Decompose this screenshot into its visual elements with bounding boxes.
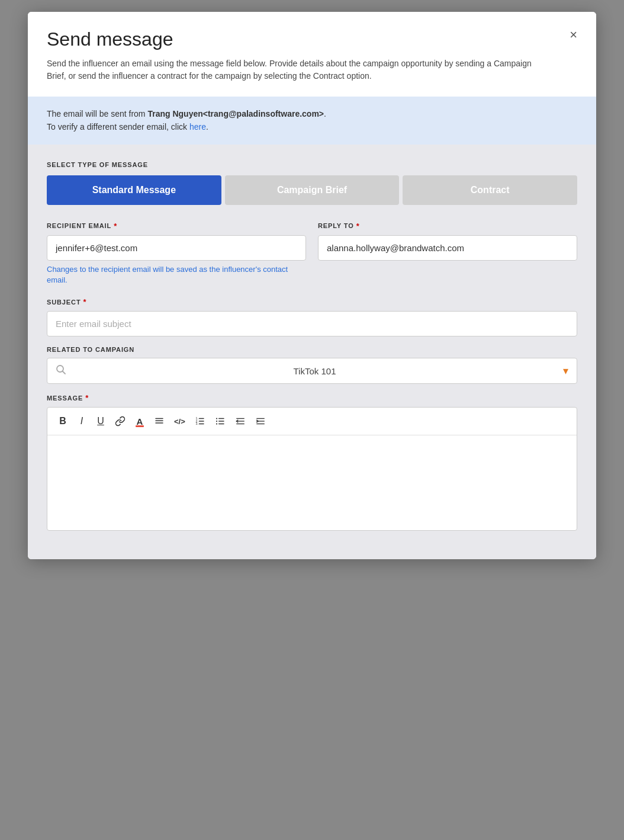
ordered-list-button[interactable]: 1. 2. 3. xyxy=(191,413,209,429)
message-label: MESSAGE * xyxy=(47,393,577,402)
message-type-section: SELECT TYPE OF MESSAGE Standard Message … xyxy=(47,161,577,205)
modal-header: Send message Send the influencer an emai… xyxy=(28,12,596,97)
campaign-label: RELATED TO CAMPAIGN xyxy=(47,346,577,353)
sender-name: Trang Nguyen xyxy=(147,109,202,118)
editor-toolbar: B I U A xyxy=(47,408,577,435)
recipient-email-input[interactable] xyxy=(47,235,306,261)
search-icon xyxy=(56,364,66,377)
bold-button[interactable]: B xyxy=(54,413,71,429)
form-section: SELECT TYPE OF MESSAGE Standard Message … xyxy=(28,145,596,559)
svg-point-13 xyxy=(216,421,217,422)
subject-input[interactable] xyxy=(47,311,577,336)
svg-text:3.: 3. xyxy=(195,422,198,425)
svg-rect-6 xyxy=(199,418,204,419)
unordered-list-button[interactable] xyxy=(211,413,229,429)
campaign-group: RELATED TO CAMPAIGN TikTok 101 ▾ xyxy=(47,346,577,384)
code-button[interactable]: </> xyxy=(171,415,189,428)
svg-rect-16 xyxy=(218,424,224,425)
underline-button[interactable]: U xyxy=(92,413,109,429)
text-color-button[interactable]: A xyxy=(131,414,148,429)
dropdown-arrow-icon: ▾ xyxy=(563,364,568,377)
svg-rect-2 xyxy=(155,418,163,419)
recipient-email-hint: Changes to the recipient email will be s… xyxy=(47,264,306,286)
svg-rect-3 xyxy=(155,421,163,422)
reply-to-input[interactable] xyxy=(318,235,577,261)
verify-suffix: . xyxy=(206,122,208,132)
verify-link[interactable]: here xyxy=(189,122,206,132)
svg-rect-8 xyxy=(199,421,204,422)
email-row: RECIPIENT EMAIL * Changes to the recipie… xyxy=(47,222,577,295)
subject-required: * xyxy=(83,297,87,306)
campaign-select[interactable]: TikTok 101 ▾ xyxy=(47,358,577,384)
reply-to-required: * xyxy=(356,222,360,230)
close-button[interactable]: × xyxy=(567,26,580,44)
svg-rect-14 xyxy=(218,421,224,422)
sender-suffix: . xyxy=(324,109,326,118)
reply-to-group: REPLY TO * xyxy=(318,222,577,286)
align-button[interactable] xyxy=(150,413,168,429)
contract-button[interactable]: Contract xyxy=(403,175,577,205)
message-type-label: SELECT TYPE OF MESSAGE xyxy=(47,161,577,168)
message-editor: B I U A xyxy=(47,407,577,531)
recipient-email-label: RECIPIENT EMAIL * xyxy=(47,222,306,230)
link-button[interactable] xyxy=(111,413,129,429)
svg-rect-4 xyxy=(155,422,163,424)
sender-email: <trang@paladinsoftware.com> xyxy=(203,109,324,118)
message-required: * xyxy=(85,393,89,402)
sender-prefix: The email will be sent from xyxy=(47,109,147,118)
italic-button[interactable]: I xyxy=(73,413,90,429)
modal-description: Send the influencer an email using the m… xyxy=(47,57,532,82)
info-banner: The email will be sent from Trang Nguyen… xyxy=(28,97,596,145)
send-message-modal: Send message Send the influencer an emai… xyxy=(28,12,596,559)
indent-increase-button[interactable] xyxy=(252,413,269,429)
campaign-value: TikTok 101 xyxy=(71,366,558,376)
svg-point-11 xyxy=(216,418,217,419)
message-type-buttons: Standard Message Campaign Brief Contract xyxy=(47,175,577,205)
subject-label: SUBJECT * xyxy=(47,297,577,306)
verify-prefix: To verify a different sender email, clic… xyxy=(47,122,189,132)
indent-decrease-button[interactable] xyxy=(231,413,249,429)
recipient-email-required: * xyxy=(114,222,117,230)
sender-info-line: The email will be sent from Trang Nguyen… xyxy=(47,107,577,120)
reply-to-label: REPLY TO * xyxy=(318,222,577,230)
message-group: MESSAGE * B I U A xyxy=(47,393,577,531)
svg-point-15 xyxy=(216,424,217,425)
verify-line: To verify a different sender email, clic… xyxy=(47,120,577,133)
svg-rect-12 xyxy=(218,418,224,419)
subject-group: SUBJECT * xyxy=(47,297,577,336)
campaign-brief-button[interactable]: Campaign Brief xyxy=(225,175,400,205)
svg-rect-10 xyxy=(199,424,204,425)
modal-title: Send message xyxy=(47,28,577,50)
recipient-email-group: RECIPIENT EMAIL * Changes to the recipie… xyxy=(47,222,306,286)
svg-line-1 xyxy=(63,371,66,374)
standard-message-button[interactable]: Standard Message xyxy=(47,175,221,205)
message-body[interactable] xyxy=(47,435,577,530)
